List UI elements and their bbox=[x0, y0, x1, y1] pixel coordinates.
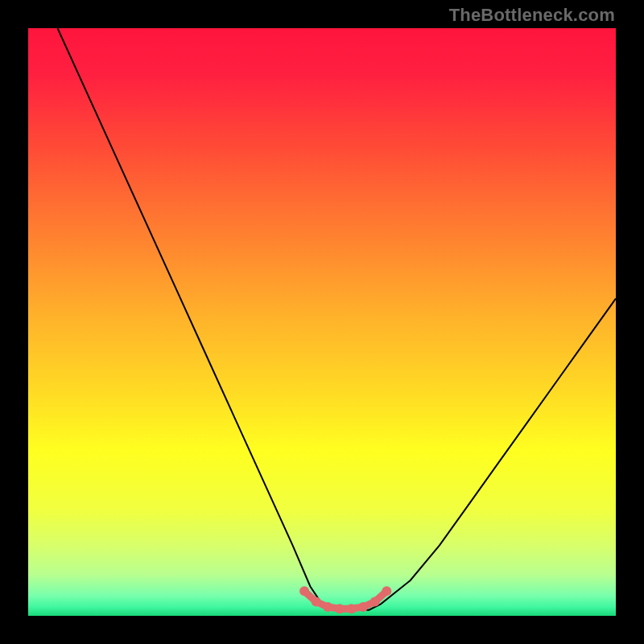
gradient-background bbox=[28, 28, 616, 616]
optimal-dot bbox=[382, 586, 391, 596]
chart-frame: TheBottleneck.com bbox=[0, 0, 644, 644]
bottleneck-chart bbox=[28, 28, 616, 616]
optimal-dot bbox=[312, 597, 321, 607]
watermark-text: TheBottleneck.com bbox=[449, 5, 615, 26]
optimal-dot bbox=[358, 602, 368, 612]
optimal-dot bbox=[347, 604, 357, 613]
optimal-dot bbox=[370, 597, 380, 607]
optimal-dot bbox=[335, 604, 345, 613]
optimal-dot bbox=[299, 586, 309, 596]
optimal-dot bbox=[323, 602, 332, 612]
plot-area bbox=[28, 28, 616, 616]
